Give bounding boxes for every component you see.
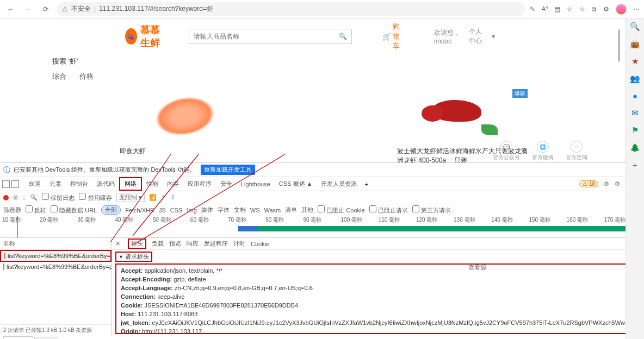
site-logo[interactable]: 🍇 慕慕生鲜: [125, 23, 169, 49]
tab-css-overview[interactable]: CSS 概述 ▲: [275, 177, 317, 191]
user-center-link[interactable]: 个人中心: [469, 27, 487, 46]
search-input[interactable]: [194, 33, 339, 40]
tab-price[interactable]: 价格: [79, 72, 94, 81]
tab-headers[interactable]: 标头: [128, 238, 146, 249]
tree-icon[interactable]: 🌲: [630, 143, 640, 153]
flag-icon[interactable]: ⚑: [631, 125, 639, 135]
filter-type[interactable]: Wasm: [264, 207, 281, 214]
filter-type[interactable]: 字体: [218, 206, 230, 214]
reader-icon[interactable]: ▤: [554, 5, 560, 13]
page-scrollbar[interactable]: [618, 18, 620, 162]
clear-icon[interactable]: ⊘: [13, 194, 18, 201]
product-card[interactable]: 即食大虾: [120, 89, 250, 162]
tab-performance[interactable]: 性能: [142, 177, 163, 191]
blocked-cookies-checkbox[interactable]: 已阻止 Cookie: [318, 205, 364, 215]
status-bar: 2 次请求 已传输1.3 kB 1.0 kB 条资源: [0, 324, 112, 336]
request-item[interactable]: list?keyword=%E8%99%BE&orderBy=price+asc…: [0, 262, 112, 272]
tab-comprehensive[interactable]: 综合: [52, 72, 66, 81]
tab-network[interactable]: 网络: [119, 177, 142, 191]
warning-count[interactable]: ⚠ 18: [579, 180, 598, 187]
device-icon[interactable]: [11, 180, 19, 188]
plus-rail-icon[interactable]: +: [633, 160, 637, 170]
network-timeline[interactable]: 10 毫秒20 毫秒30 毫秒40 毫秒50 毫秒60 毫秒70 毫秒80 毫秒…: [0, 216, 644, 238]
tab-memory[interactable]: 内存: [163, 177, 183, 191]
tab-security[interactable]: 安全: [216, 177, 237, 191]
tab-dev-resources[interactable]: 开发人员资源: [317, 177, 361, 191]
extensions-icon[interactable]: ⚙: [603, 5, 609, 13]
drawer-tab-console[interactable]: 控制台: [3, 336, 33, 339]
throttle-select[interactable]: 无限制 ▾: [116, 193, 145, 202]
filter-type[interactable]: 清单: [285, 206, 297, 214]
bing-icon[interactable]: ●: [633, 91, 637, 101]
plus-icon[interactable]: +: [361, 181, 371, 187]
tab-payload[interactable]: 负载: [152, 240, 164, 248]
tab-application[interactable]: 应用程序: [183, 177, 216, 191]
search-icon[interactable]: 🔍: [339, 33, 347, 40]
filter-type[interactable]: Fetch/XHR: [125, 207, 154, 214]
tab-response[interactable]: 响应: [187, 240, 199, 248]
profile-avatar[interactable]: [616, 4, 627, 15]
hide-data-checkbox[interactable]: 隐藏数据 URL: [51, 205, 97, 215]
tab-welcome[interactable]: 欢迎: [24, 177, 45, 191]
aa-icon[interactable]: A⁹: [542, 5, 548, 12]
cart-link[interactable]: 🛒 购物车: [382, 22, 406, 51]
filter-type[interactable]: 媒体: [201, 206, 213, 214]
filter-icon[interactable]: ≡: [22, 194, 26, 201]
upload-icon[interactable]: ⇧: [161, 194, 166, 201]
tab-timing[interactable]: 计时: [233, 240, 245, 248]
filter-type[interactable]: WS: [250, 207, 260, 214]
filter-all[interactable]: 全部: [101, 205, 121, 215]
tab-preview[interactable]: 预览: [169, 240, 181, 248]
tab-sources[interactable]: 源代码: [92, 177, 119, 191]
star-icon[interactable]: ☆: [579, 5, 585, 13]
record-button[interactable]: [3, 195, 9, 200]
social-qzone[interactable]: ☆官方空间: [566, 141, 587, 161]
close-detail-icon[interactable]: ✕: [115, 240, 120, 247]
outlook-icon[interactable]: ✉: [631, 108, 639, 118]
more-icon[interactable]: ⋯: [633, 5, 640, 13]
filter-type[interactable]: 文档: [234, 206, 246, 214]
filter-type[interactable]: JS: [159, 207, 166, 214]
third-party-checkbox[interactable]: 第三方请求: [412, 205, 451, 215]
invert-checkbox[interactable]: 反转: [26, 205, 46, 215]
filter-type[interactable]: Img: [187, 207, 196, 214]
social-wechat[interactable]: 💬官方公众号: [493, 141, 520, 161]
tab-cookies[interactable]: Cookie: [251, 241, 269, 247]
request-headers-section[interactable]: ▼ 请求标头: [115, 252, 152, 262]
read-icon[interactable]: ✎: [530, 5, 535, 13]
filter-type[interactable]: 其他: [301, 206, 313, 214]
address-bar[interactable]: ⚠ 不安全 | 111.231.103.117/#/search?keyword…: [57, 2, 525, 16]
search-net-icon[interactable]: 🔍: [30, 194, 38, 201]
search-icon[interactable]: 🔍: [630, 22, 640, 32]
edge-sidebar: 🔍 👜 ★ 👥 ● ✉ ⚑ 🌲 +: [626, 18, 644, 339]
inspect-icon[interactable]: [2, 180, 10, 188]
download-icon[interactable]: ⇩: [170, 194, 175, 201]
tab-initiator[interactable]: 发起程序: [204, 240, 228, 248]
tab-console[interactable]: 控制台: [66, 177, 92, 191]
tab-lighthouse[interactable]: Lighthouse: [237, 177, 275, 191]
star-rail-icon[interactable]: ★: [631, 56, 639, 66]
forward-button[interactable]: →: [22, 3, 35, 16]
favorite-icon[interactable]: ☆: [567, 5, 573, 13]
request-item[interactable]: list?keyword=%E8%99%BE&orderBy=price+asc…: [0, 250, 112, 262]
cart-label: 购物车: [393, 22, 406, 51]
reload-devtools-button[interactable]: 重新加载开发工具: [201, 165, 255, 175]
drawer-tab-issues[interactable]: 问题: [34, 337, 58, 339]
tab-elements[interactable]: 元素: [45, 177, 66, 191]
people-icon[interactable]: 👥: [630, 74, 640, 84]
collections-icon[interactable]: ⧉: [592, 5, 597, 13]
issues-icon[interactable]: ⚙: [604, 180, 609, 187]
back-button[interactable]: ←: [4, 3, 17, 16]
disable-cache-checkbox[interactable]: 禁用缓存: [79, 193, 112, 202]
social-weibo[interactable]: 🌐官方微博: [532, 141, 554, 161]
shopping-icon[interactable]: 👜: [630, 39, 640, 49]
blocked-req-checkbox[interactable]: 已阻止请求: [369, 205, 408, 215]
wifi-icon[interactable]: 📶: [149, 194, 157, 201]
search-box[interactable]: 🔍: [189, 29, 352, 44]
preserve-log-checkbox[interactable]: 保留日志: [42, 193, 75, 202]
reload-button[interactable]: ⟳: [39, 3, 52, 16]
filter-type[interactable]: CSS: [170, 207, 183, 214]
notice-text: 已安装其他 DevTools 组件。重新加载以获取完整的 DevTools 功能…: [14, 166, 195, 174]
gear-icon[interactable]: ⚙: [615, 180, 620, 187]
devtools-main-tabs: 欢迎 元素 控制台 源代码 网络 性能 内存 应用程序 安全 Lighthous…: [0, 177, 644, 191]
